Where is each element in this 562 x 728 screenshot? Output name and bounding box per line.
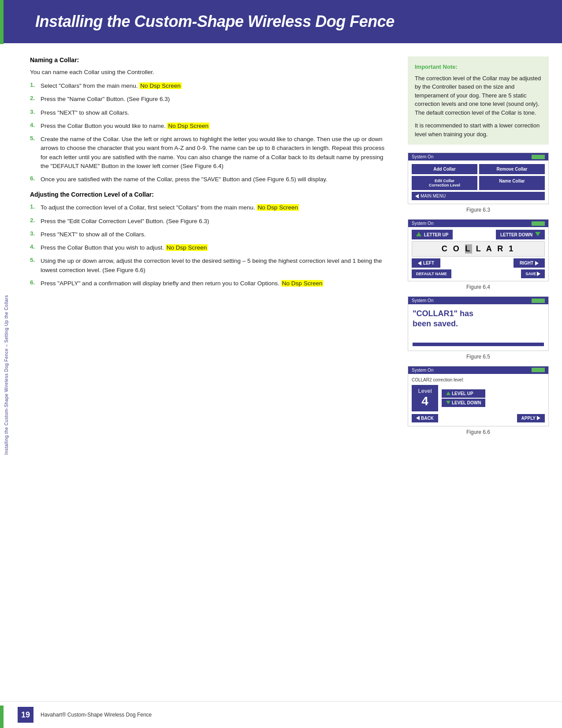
selected-char: L	[465, 244, 472, 254]
apply-button[interactable]: APPLY	[517, 414, 545, 422]
footer-text: Havahart® Custom-Shape Wireless Dog Fenc…	[41, 712, 152, 718]
add-collar-btn[interactable]: Add Collar	[412, 164, 477, 174]
fig63-menu-label: MAIN MENU	[421, 194, 446, 198]
sidebar: Installing the Custom-Shape Wireless Dog…	[0, 44, 12, 706]
fig64-battery	[532, 221, 545, 226]
correction-step-1: 1. To adjust the correction level of a C…	[30, 203, 386, 212]
right-arrow-btn[interactable]: RIGHT	[514, 258, 545, 268]
fig65-header: System On	[408, 297, 548, 304]
saved-message: "COLLAR1" hasbeen saved.	[413, 309, 544, 329]
correction-step-5: 5. Using the up or down arrow, adjust th…	[30, 257, 386, 275]
back-button[interactable]: BACK	[412, 414, 438, 422]
default-name-btn[interactable]: DEFAULT NAME	[412, 269, 451, 278]
section-correction-heading: Adjusting the Correction Level of a Coll…	[30, 191, 386, 198]
name-collar-btn[interactable]: Name Collar	[479, 176, 545, 190]
level-number: 4	[421, 394, 428, 408]
level-down-icon	[446, 401, 450, 404]
back-arrow-icon	[416, 416, 420, 420]
note-text1: The correction level of the Collar may b…	[415, 74, 542, 117]
level-up-down-controls: LEVEL UP LEVEL DOWN	[442, 389, 485, 407]
fig65-body: "COLLAR1" hasbeen saved.	[408, 304, 548, 351]
fig64-bottom-row: DEFAULT NAME SAVE	[412, 269, 545, 278]
letter-up-btn[interactable]: LETTER UP	[412, 230, 453, 239]
figure-63-screen: System On Add Collar Remove Collar Edit …	[408, 153, 549, 204]
no-dsp-3: No Dsp Screen	[257, 204, 299, 211]
note-title: Important Note:	[415, 63, 542, 71]
edit-collar-btn[interactable]: Edit CollarCorrection Level	[412, 176, 477, 190]
section-correction: Adjusting the Correction Level of a Coll…	[30, 191, 386, 288]
important-note-box: Important Note: The correction level of …	[408, 56, 549, 145]
figure-66-screen: System On COLLAR2 correction level: Leve…	[408, 366, 549, 426]
naming-step-1: 1. Select "Collars" from the main menu. …	[30, 82, 386, 90]
section-naming-heading: Naming a Collar:	[30, 56, 386, 63]
naming-steps-list: 1. Select "Collars" from the main menu. …	[30, 82, 386, 184]
left-column: Naming a Collar: You can name each Colla…	[12, 52, 399, 450]
page-header: Installing the Custom-Shape Wireless Dog…	[0, 0, 562, 43]
fig65-header-label: System On	[412, 298, 433, 303]
letter-up-icon	[416, 232, 421, 236]
level-display: Level 4	[412, 385, 438, 411]
no-dsp-1: No Dsp Screen	[139, 82, 182, 89]
collar-name-display: C O L L A R 1	[412, 241, 545, 257]
fig64-body: LETTER UP LETTER DOWN C O L L A R 1 LEFT	[408, 227, 548, 281]
left-arrow-btn[interactable]: LEFT	[412, 258, 440, 268]
page-number: 19	[18, 707, 33, 723]
figure-65-screen: System On "COLLAR1" hasbeen saved.	[408, 296, 549, 351]
naming-step-2: 2. Press the "Name Collar" Button. (See …	[30, 95, 386, 104]
page-footer: 19 Havahart® Custom-Shape Wireless Dog F…	[0, 701, 562, 728]
level-word: Level	[418, 388, 432, 394]
fig65-label: Figure 6.5	[408, 354, 549, 360]
header-title: Installing the Custom-Shape Wireless Dog…	[35, 12, 395, 30]
right-arrow-icon	[535, 261, 539, 265]
save-collar-btn[interactable]: SAVE	[521, 269, 545, 278]
naming-step-6: 6. Once you are satisfied with the name …	[30, 175, 386, 184]
right-column: Important Note: The correction level of …	[399, 52, 562, 450]
fig63-header-label: System On	[412, 154, 433, 159]
correction-step-3: 3. Press "NEXT" to show all of the Colla…	[30, 230, 386, 239]
save-arrow-icon	[537, 272, 540, 276]
fig63-label: Figure 6.3	[408, 207, 549, 213]
fig66-battery	[532, 368, 545, 372]
no-dsp-2: No Dsp Screen	[167, 123, 209, 129]
level-up-btn[interactable]: LEVEL UP	[442, 389, 485, 398]
letter-down-btn[interactable]: LETTER DOWN	[496, 230, 545, 239]
level-down-btn[interactable]: LEVEL DOWN	[442, 399, 485, 407]
naming-step-5: 5. Create the name of the Collar. Use th…	[30, 135, 386, 171]
left-arrow-icon	[418, 261, 421, 265]
fig66-back-apply-row: BACK APPLY	[412, 414, 545, 422]
fig66-sublabel: COLLAR2 correction level:	[412, 377, 545, 382]
section-naming: Naming a Collar: You can name each Colla…	[30, 56, 386, 184]
fig64-header-label: System On	[412, 221, 433, 226]
naming-step-4: 4. Press the Collar Button you would lik…	[30, 122, 386, 131]
figure-64-screen: System On LETTER UP LETTER DOWN C O L L …	[408, 219, 549, 281]
fig66-body: COLLAR2 correction level: Level 4 LEVEL …	[408, 374, 548, 426]
level-up-icon	[446, 392, 450, 395]
correction-step-6: 6. Press "APPLY" and a confirmation will…	[30, 279, 386, 288]
note-text2: It is recommended to start with a lower …	[415, 121, 542, 138]
correction-steps-list: 1. To adjust the correction level of a C…	[30, 203, 386, 288]
fig65-battery	[532, 299, 545, 303]
fig63-battery	[532, 155, 545, 159]
fig63-btn-row1: Add Collar Remove Collar	[412, 164, 545, 174]
section-naming-intro: You can name each Collar using the Contr…	[30, 69, 386, 75]
letter-down-icon	[535, 232, 540, 236]
no-dsp-4: No Dsp Screen	[166, 244, 208, 251]
correction-step-2: 2. Press the "Edit Collar Correction Lev…	[30, 217, 386, 226]
remove-collar-btn[interactable]: Remove Collar	[479, 164, 545, 174]
fig63-btn-row2: Edit CollarCorrection Level Name Collar	[412, 176, 545, 190]
fig66-level-row: Level 4 LEVEL UP LEVEL DOWN	[412, 385, 545, 411]
fig66-label: Figure 6.6	[408, 429, 549, 435]
menu-arrow-left-icon	[415, 194, 419, 198]
fig65-blue-bar	[413, 343, 544, 346]
naming-step-3: 3. Press "NEXT" to show all Collars.	[30, 108, 386, 117]
fig63-body: Add Collar Remove Collar Edit CollarCorr…	[408, 161, 548, 204]
sidebar-label: Installing the Custom-Shape Wireless Dog…	[4, 295, 9, 455]
apply-arrow-icon	[537, 416, 540, 420]
fig63-menu-bar: MAIN MENU	[412, 192, 545, 200]
no-dsp-5: No Dsp Screen	[281, 280, 324, 287]
correction-step-4: 4. Press the Collar Button that you wish…	[30, 243, 386, 252]
main-content: Naming a Collar: You can name each Colla…	[12, 43, 562, 450]
fig64-left-right: LEFT RIGHT	[412, 258, 545, 268]
fig66-header: System On	[408, 366, 548, 374]
fig64-letter-row: LETTER UP LETTER DOWN	[412, 230, 545, 239]
